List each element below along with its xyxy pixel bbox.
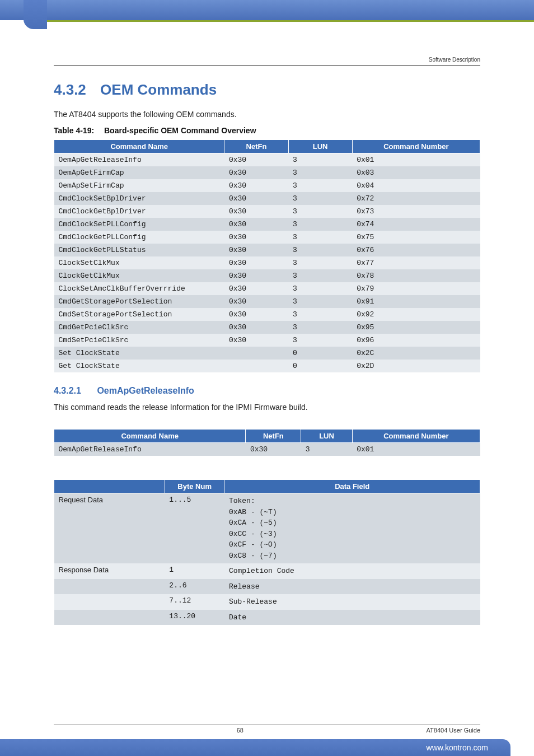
cell-cmd: 0x96 — [352, 334, 480, 347]
cell-byte-num: 13..20 — [165, 610, 224, 626]
cell-data-field: Token: 0xAB - (~T) 0xCA - (~5) 0xCC - (~… — [224, 493, 480, 564]
table-row: Set ClockState00x2C — [54, 347, 480, 360]
cell-cmd: 0x01 — [352, 153, 480, 167]
table-row: CmdClockGetPLLConfig0x3030x75 — [54, 231, 480, 244]
cell-name: CmdSetPcieClkSrc — [54, 334, 224, 347]
cell-cmd: 0x91 — [352, 295, 480, 308]
cell-netfn: 0x30 — [224, 256, 288, 269]
cell-netfn: 0x30 — [246, 443, 301, 456]
subsection-intro: This command reads the release Informati… — [54, 402, 480, 413]
cell-cmd: 0x72 — [352, 192, 480, 205]
subsection-heading: 4.3.2.1 OemApGetReleaseInfo — [54, 386, 480, 396]
table-row: CmdSetStoragePortSelection0x3030x92 — [54, 308, 480, 321]
table-row: 2..6Release — [54, 579, 480, 595]
footer-page-number: 68 — [54, 727, 427, 734]
table-row: CmdClockSetBplDriver0x3030x72 — [54, 192, 480, 205]
cell-name: CmdGetPcieClkSrc — [54, 321, 224, 334]
cell-netfn — [224, 347, 288, 360]
cell-netfn: 0x30 — [224, 244, 288, 256]
cell-netfn: 0x30 — [224, 269, 288, 282]
table-row: Get ClockState00x2D — [54, 360, 480, 372]
table2-header-name: Command Name — [54, 430, 246, 443]
cell-netfn: 0x30 — [224, 308, 288, 321]
cell-name: CmdClockGetPLLStatus — [54, 244, 224, 256]
cell-lun: 3 — [288, 166, 352, 179]
table-row: CmdClockSetPLLConfig0x3030x74 — [54, 218, 480, 231]
table1-caption-text: Board-specific OEM Command Overview — [104, 126, 256, 135]
cell-name: OemApSetFirmCap — [54, 179, 224, 192]
cell-lun: 3 — [288, 282, 352, 295]
table3-header-datafield: Data Field — [224, 480, 480, 493]
footer-bar: www.kontron.com — [0, 739, 510, 756]
subsection-title-text: OemApGetReleaseInfo — [97, 386, 194, 395]
table2-header-cmdnum: Command Number — [352, 430, 480, 443]
table-row: ClockSetClkMux0x3030x77 — [54, 256, 480, 269]
cell-name: CmdClockGetPLLConfig — [54, 231, 224, 244]
table-row: OemApGetReleaseInfo 0x30 3 0x01 — [54, 443, 480, 456]
cell-lun: 3 — [288, 153, 352, 167]
cell-cmd: 0x2D — [352, 360, 480, 372]
section-intro: The AT8404 supports the following OEM co… — [54, 109, 480, 120]
cell-netfn: 0x30 — [224, 179, 288, 192]
table-row: OemApSetFirmCap0x3030x04 — [54, 179, 480, 192]
cell-netfn: 0x30 — [224, 192, 288, 205]
cell-byte-num: 2..6 — [165, 579, 224, 595]
subsection-number: 4.3.2.1 — [54, 386, 81, 395]
cell-name: CmdGetStoragePortSelection — [54, 295, 224, 308]
cell-cmd: 0x03 — [352, 166, 480, 179]
cell-name: Set ClockState — [54, 347, 224, 360]
cell-data-field: Release — [224, 579, 480, 595]
cell-lun: 3 — [301, 443, 352, 456]
cell-cmd: 0x92 — [352, 308, 480, 321]
table-row: 7..12Sub-Release — [54, 594, 480, 610]
table3-header-blank — [54, 480, 165, 493]
cell-name: ClockGetClkMux — [54, 269, 224, 282]
page-footer: 68 AT8404 User Guide — [54, 725, 480, 734]
table1-header-cmdnum: Command Number — [352, 140, 480, 153]
cell-byte-num: 7..12 — [165, 594, 224, 610]
cell-lun: 3 — [288, 205, 352, 218]
footer-url: www.kontron.com — [427, 743, 488, 752]
cell-netfn: 0x30 — [224, 282, 288, 295]
cell-cmd: 0x01 — [352, 443, 480, 456]
top-stripe — [0, 0, 534, 20]
cell-cmd: 0x78 — [352, 269, 480, 282]
table-row: ClockSetAmcClkBufferOverrride0x3030x79 — [54, 282, 480, 295]
cell-name: CmdClockGetBplDriver — [54, 205, 224, 218]
cell-lun: 3 — [288, 192, 352, 205]
table3-header-bytenum: Byte Num — [165, 480, 224, 493]
table-row: CmdGetPcieClkSrc0x3030x95 — [54, 321, 480, 334]
cell-netfn: 0x30 — [224, 153, 288, 167]
cell-name: Get ClockState — [54, 360, 224, 372]
table-row: OemApGetReleaseInfo0x3030x01 — [54, 153, 480, 167]
cell-label: Response Data — [54, 563, 165, 579]
cell-data-field: Completion Code — [224, 563, 480, 579]
section-number: 4.3.2 — [54, 81, 86, 98]
table1-caption-num: Table 4-19: — [54, 126, 94, 135]
cell-lun: 3 — [288, 269, 352, 282]
cell-lun: 3 — [288, 218, 352, 231]
table-row: CmdClockGetBplDriver0x3030x73 — [54, 205, 480, 218]
table1-caption: Table 4-19: Board-specific OEM Command O… — [54, 126, 480, 135]
cell-lun: 3 — [288, 295, 352, 308]
cell-lun: 3 — [288, 179, 352, 192]
cell-netfn: 0x30 — [224, 321, 288, 334]
cell-name: CmdSetStoragePortSelection — [54, 308, 224, 321]
cell-lun: 0 — [288, 347, 352, 360]
cell-lun: 3 — [288, 334, 352, 347]
cell-cmd: 0x95 — [352, 321, 480, 334]
cell-label — [54, 579, 165, 595]
table-row: ClockGetClkMux0x3030x78 — [54, 269, 480, 282]
table-row: CmdSetPcieClkSrc0x3030x96 — [54, 334, 480, 347]
section-heading: 4.3.2 OEM Commands — [54, 81, 480, 99]
table1-header-name: Command Name — [54, 140, 224, 153]
cell-lun: 3 — [288, 308, 352, 321]
cell-name: OemApGetFirmCap — [54, 166, 224, 179]
cell-netfn: 0x30 — [224, 231, 288, 244]
cell-cmd: 0x79 — [352, 282, 480, 295]
cell-lun: 3 — [288, 256, 352, 269]
cell-name: OemApGetReleaseInfo — [54, 153, 224, 167]
cell-name: CmdClockSetBplDriver — [54, 192, 224, 205]
cell-lun: 3 — [288, 244, 352, 256]
cell-lun: 3 — [288, 321, 352, 334]
